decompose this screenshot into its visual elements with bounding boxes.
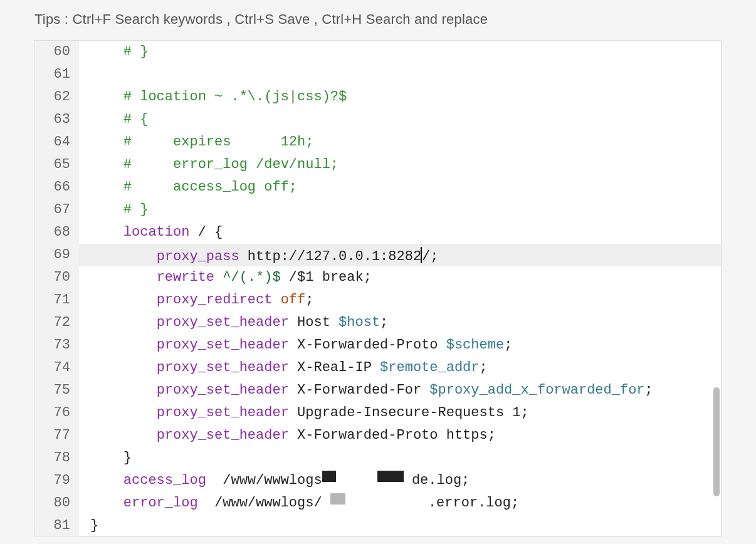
code-token: [90, 382, 157, 398]
code-token: ;: [480, 360, 488, 375]
vertical-scrollbar[interactable]: [713, 41, 720, 536]
code-token: /www/wwwlogs/: [198, 495, 330, 511]
code-token: # location ~ .*\.(js|css)?$: [90, 89, 347, 105]
code-area[interactable]: # } # location ~ .*\.(js|css)?$ # { # ex…: [79, 41, 721, 536]
scrollbar-thumb[interactable]: [713, 387, 720, 496]
line-number-gutter: 6061626364656667686970717273747576777879…: [35, 41, 79, 536]
code-token: # expires 12h;: [90, 134, 313, 150]
line-number: 71: [35, 289, 70, 311]
code-token: [90, 427, 157, 443]
code-token: X-Forwarded-Proto: [289, 337, 446, 353]
code-token: [90, 360, 157, 375]
code-token: proxy_set_header: [157, 427, 289, 443]
line-number: 76: [35, 402, 70, 424]
code-token: X-Forwarded-Proto https;: [289, 427, 496, 443]
line-number: 62: [35, 86, 70, 108]
code-token: /;: [422, 249, 438, 264]
code-token: access_log: [123, 473, 206, 488]
code-line[interactable]: rewrite ^/(.*)$ /$1 break;: [90, 266, 721, 289]
code-token: /www/wwwlogs: [206, 473, 322, 488]
code-token: error_log: [123, 495, 198, 511]
code-token: proxy_pass: [157, 249, 239, 264]
redacted-text: [322, 471, 336, 482]
line-number: 81: [35, 515, 70, 536]
line-number: 74: [35, 357, 70, 379]
code-token: # }: [90, 44, 148, 60]
line-number: 65: [35, 154, 70, 176]
code-token: rewrite: [157, 269, 214, 285]
code-line[interactable]: }: [90, 515, 721, 536]
code-line[interactable]: # error_log /dev/null;: [90, 154, 721, 176]
code-line[interactable]: proxy_redirect off;: [90, 289, 721, 311]
code-line[interactable]: # {: [90, 108, 721, 131]
code-line[interactable]: proxy_set_header X-Forwarded-Proto https…: [90, 424, 721, 447]
line-number: 79: [35, 469, 70, 492]
code-token: http://127.0.0.1:8282: [239, 249, 421, 264]
code-line[interactable]: error_log /www/wwwlogs/ .error.log;: [90, 492, 721, 515]
code-line[interactable]: location / {: [90, 221, 721, 244]
code-token: # error_log /dev/null;: [90, 157, 339, 172]
line-number: 80: [35, 492, 70, 515]
code-token: ;: [504, 337, 512, 353]
line-number: 69: [35, 244, 70, 266]
code-token: break: [322, 269, 364, 285]
code-token: de.log;: [404, 473, 470, 488]
line-number: 60: [35, 41, 70, 63]
code-line[interactable]: proxy_set_header Upgrade-Insecure-Reques…: [90, 402, 721, 424]
code-line[interactable]: proxy_pass http://127.0.0.1:8282/;: [90, 244, 721, 266]
code-token: [90, 473, 123, 488]
code-line[interactable]: [90, 63, 721, 86]
code-token: .error.log;: [345, 495, 519, 511]
code-line[interactable]: # location ~ .*\.(js|css)?$: [90, 86, 721, 108]
code-line[interactable]: # expires 12h;: [90, 131, 721, 154]
code-token: X-Real-IP: [289, 360, 380, 375]
code-token: /$1: [281, 269, 322, 285]
code-token: # access_log off;: [90, 179, 297, 195]
code-token: # {: [90, 112, 148, 127]
code-token: [90, 249, 157, 264]
code-token: X-Forwarded-For: [289, 382, 429, 398]
code-editor[interactable]: 6061626364656667686970717273747576777879…: [34, 40, 722, 536]
code-token: [336, 473, 377, 488]
code-token: }: [90, 450, 132, 466]
line-number: 64: [35, 131, 70, 154]
line-number: 61: [35, 63, 70, 86]
line-number: 63: [35, 108, 70, 131]
code-line[interactable]: # access_log off;: [90, 176, 721, 199]
code-token: [90, 315, 157, 330]
line-number: 75: [35, 379, 70, 402]
code-token: proxy_set_header: [157, 315, 289, 330]
code-token: ;: [305, 292, 313, 308]
code-token: [90, 405, 157, 421]
code-line[interactable]: }: [90, 447, 721, 469]
code-token: [90, 337, 157, 353]
code-token: $remote_addr: [380, 360, 479, 375]
code-line[interactable]: proxy_set_header X-Real-IP $remote_addr;: [90, 357, 721, 379]
line-number: 73: [35, 334, 70, 357]
code-line[interactable]: proxy_set_header X-Forwarded-Proto $sche…: [90, 334, 721, 357]
code-token: proxy_redirect: [157, 292, 273, 308]
code-token: [90, 495, 123, 511]
code-line[interactable]: access_log /www/wwwlogs de.log;: [90, 469, 721, 492]
code-line[interactable]: proxy_set_header Host $host;: [90, 311, 721, 334]
code-line[interactable]: # }: [90, 199, 721, 221]
code-token: ^/(.*)$: [223, 269, 280, 285]
code-token: [90, 224, 123, 240]
code-token: # }: [90, 202, 148, 217]
line-number: 78: [35, 447, 70, 469]
code-token: location: [123, 224, 190, 240]
tips-text: Tips : Ctrl+F Search keywords , Ctrl+S S…: [34, 0, 722, 40]
code-token: }: [90, 518, 98, 533]
code-token: proxy_set_header: [157, 382, 289, 398]
code-line[interactable]: proxy_set_header X-Forwarded-For $proxy_…: [90, 379, 721, 402]
code-token: off: [281, 292, 306, 308]
code-token: ;: [364, 269, 372, 285]
code-token: Host: [289, 315, 339, 330]
code-token: [272, 292, 280, 308]
line-number: 67: [35, 199, 70, 221]
code-token: proxy_set_header: [157, 360, 289, 375]
code-token: Upgrade-Insecure-Requests 1;: [289, 405, 529, 421]
code-token: $host: [339, 315, 380, 330]
code-token: ;: [380, 315, 388, 330]
code-line[interactable]: # }: [90, 41, 721, 63]
